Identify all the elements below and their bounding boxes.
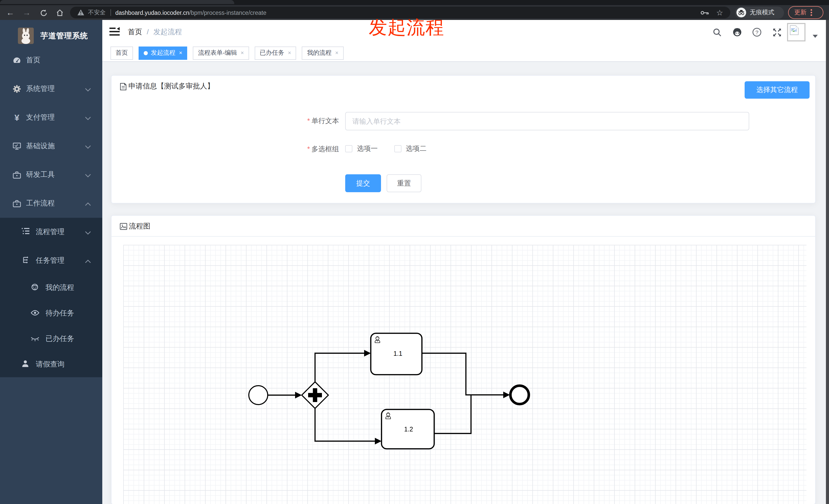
url-path: /bpm/process-instance/create <box>189 9 266 15</box>
bpmn-arrowhead <box>295 392 302 398</box>
sidebar-item-task-mgmt[interactable]: 任务管理 <box>0 246 102 275</box>
apply-info-card: 申请信息【测试多审批人】 选择其它流程 *单行文本 *多选框组 选项一 选项二 … <box>111 75 816 203</box>
bpmn-arrowhead <box>364 350 371 356</box>
browser-tab-strip <box>0 0 829 5</box>
breadcrumb-home[interactable]: 首页 <box>128 28 142 37</box>
tab-home[interactable]: 首页 <box>110 46 133 60</box>
checkbox-group: 选项一 选项二 <box>345 142 427 156</box>
sidebar-item-devtools[interactable]: 研发工具 <box>0 160 102 189</box>
sidebar-item-payment[interactable]: ¥ 支付管理 <box>0 103 102 132</box>
person-icon <box>22 360 30 369</box>
checkbox-option-2[interactable] <box>394 145 401 152</box>
checkbox-group-label: *多选框组 <box>283 145 339 154</box>
chevron-down-icon <box>85 84 91 93</box>
warning-icon <box>77 9 84 16</box>
sidebar-collapse-button[interactable] <box>109 27 120 37</box>
main-content: 申请信息【测试多审批人】 选择其它流程 *单行文本 *多选框组 选项一 选项二 … <box>102 62 829 504</box>
checkbox-option-1-label[interactable]: 选项一 <box>357 144 378 153</box>
page-scrollbar[interactable] <box>826 20 829 504</box>
help-button[interactable]: ? <box>751 27 762 38</box>
sidebar-item-label: 首页 <box>26 56 40 65</box>
yen-icon: ¥ <box>13 114 21 122</box>
sidebar-item-label: 系统管理 <box>26 84 55 93</box>
chevron-down-icon <box>85 170 91 180</box>
close-icon[interactable]: × <box>241 50 244 56</box>
tab-start-process[interactable]: 发起流程 × <box>139 46 187 60</box>
required-asterisk: * <box>307 145 310 153</box>
sidebar-item-done-tasks[interactable]: 已办任务 <box>0 326 102 352</box>
browser-active-tab[interactable] <box>0 0 234 4</box>
browser-menu-icon[interactable] <box>810 9 812 16</box>
sidebar-item-infrastructure[interactable]: 基础设施 <box>0 132 102 160</box>
close-icon[interactable]: × <box>288 50 291 56</box>
submit-button[interactable]: 提交 <box>345 174 381 192</box>
sidebar-item-label: 基础设施 <box>26 142 55 151</box>
picture-icon <box>120 223 127 230</box>
sidebar-item-label: 研发工具 <box>26 170 55 180</box>
reload-button[interactable] <box>37 7 49 19</box>
tab-my-process[interactable]: 我的流程 × <box>302 46 344 60</box>
tab-label: 发起流程 <box>151 48 175 57</box>
checkbox-option-2-label[interactable]: 选项二 <box>406 144 427 153</box>
chevron-down-icon <box>85 228 91 237</box>
chevron-up-icon <box>85 199 91 208</box>
application-window: ← → 不安全 dashboard.yudao.iocoder.cn/bpm/ <box>0 0 829 504</box>
choose-other-process-button[interactable]: 选择其它流程 <box>745 81 809 99</box>
chevron-down-icon <box>85 113 91 122</box>
search-icon <box>713 28 721 37</box>
avatar[interactable] <box>787 23 805 41</box>
reset-button[interactable]: 重置 <box>387 174 422 192</box>
single-line-text-input[interactable] <box>345 112 749 130</box>
sidebar-item-label: 支付管理 <box>26 113 55 122</box>
indent-icon <box>109 27 120 36</box>
sidebar-item-my-process[interactable]: 我的流程 <box>0 275 102 301</box>
bpmn-start-event <box>249 386 268 404</box>
chevron-down-icon <box>85 142 91 151</box>
back-button[interactable]: ← <box>4 7 16 19</box>
update-label: 更新 <box>794 8 806 17</box>
close-icon[interactable]: × <box>179 50 182 56</box>
active-dot <box>144 51 148 55</box>
back-icon: ← <box>6 9 14 17</box>
incognito-label: 无痕模式 <box>750 8 774 17</box>
bpmn-canvas[interactable]: 1.1 1.2 <box>123 245 806 504</box>
fullscreen-button[interactable] <box>771 27 783 38</box>
tree-icon <box>22 256 30 266</box>
forward-button[interactable]: → <box>21 7 33 19</box>
bpmn-flow <box>422 353 503 395</box>
bookmark-star-icon[interactable]: ☆ <box>716 9 723 16</box>
diagram-card-header: 流程图 <box>111 216 815 237</box>
apply-card-title: 申请信息【测试多审批人】 <box>129 82 214 91</box>
eye-closed-icon <box>31 334 39 344</box>
tab-process-form-edit[interactable]: 流程表单-编辑 × <box>193 46 249 60</box>
security-label[interactable]: 不安全 <box>88 9 106 16</box>
checkbox-option-1[interactable] <box>345 145 352 152</box>
tab-done-tasks[interactable]: 已办任务 × <box>255 46 296 60</box>
tags-view-bar: 首页 发起流程 × 流程表单-编辑 × 已办任务 × 我的流程 × <box>102 44 829 62</box>
tab-label: 我的流程 <box>307 48 332 57</box>
sidebar-item-todo-tasks[interactable]: 待办任务 <box>0 301 102 326</box>
url-divider <box>110 9 111 16</box>
sidebar-item-system[interactable]: 系统管理 <box>0 75 102 103</box>
close-icon[interactable]: × <box>335 50 338 56</box>
sidebar-item-home[interactable]: 首页 <box>0 46 102 75</box>
bpmn-flow <box>434 395 471 433</box>
forward-icon: → <box>23 9 31 17</box>
face-icon <box>31 283 39 293</box>
sidebar-item-leave-query[interactable]: 请假查询 <box>0 352 102 377</box>
bpmn-flow <box>315 353 364 382</box>
fullscreen-icon <box>772 28 781 37</box>
sidebar-item-label: 工作流程 <box>26 199 55 208</box>
sidebar-item-process-mgmt[interactable]: 流程管理 <box>0 218 102 246</box>
chevron-up-icon <box>85 256 91 265</box>
sidebar-logo-row[interactable]: 芋道管理系统 <box>0 24 102 48</box>
avatar-caret-icon[interactable] <box>813 35 818 38</box>
process-diagram-card: 流程图 <box>111 215 816 504</box>
update-browser-button[interactable]: 更新 <box>788 6 823 19</box>
bpmn-task-label: 1.2 <box>404 426 413 433</box>
key-icon[interactable] <box>700 10 709 15</box>
search-button[interactable] <box>711 27 723 38</box>
github-button[interactable] <box>731 27 743 38</box>
sidebar-item-workflow[interactable]: 工作流程 <box>0 189 102 218</box>
home-button[interactable] <box>54 7 66 19</box>
